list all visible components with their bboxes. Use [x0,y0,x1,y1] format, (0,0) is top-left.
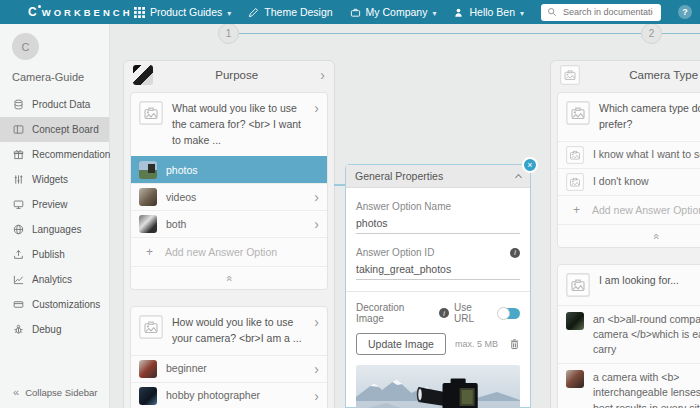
sidebar-item-widgets[interactable]: Widgets [0,167,109,192]
question-text: How would you like to use your camera? <… [172,315,305,347]
chevron-down-icon [520,6,524,18]
step-connector-line [239,33,641,34]
close-icon[interactable]: × [522,157,538,173]
answer-row-hobby-photographer[interactable]: hobby photographer › [131,382,327,408]
sidebar-item-preview[interactable]: Preview [0,192,109,217]
answer-label: I know what I want to select [593,147,700,162]
answer-label: videos [166,190,305,205]
answer-label: beginner [166,361,305,376]
sidebar-item-product-data[interactable]: Product Data [0,92,109,117]
answer-option-id-field[interactable]: taking_great_photos [356,258,520,280]
answer-row-beginner[interactable]: beginner › [131,355,327,382]
toggle-knob [497,307,510,320]
sidebar-item-publish[interactable]: Publish [0,242,109,267]
answer-row-allround-compact[interactable]: an <b>all-round compact camera </b>which… [558,305,700,364]
question-block: How would you like to use your camera? <… [130,306,328,408]
sidebar-item-label: Widgets [32,174,68,185]
workbench-logo: C WORKBENCH [28,6,133,18]
briefcase-icon [350,7,361,18]
sliders-icon [13,174,24,185]
answer-option-name-field[interactable]: photos [356,212,520,234]
question-row[interactable]: I am looking for... [558,265,700,305]
answer-row-interchangeable-lenses[interactable]: a camera with <b> interchangeable lenses… [558,363,700,408]
top-bar: C WORKBENCH Product Guides Theme Design … [0,0,700,24]
sidebar-item-debug[interactable]: Debug [0,317,109,342]
trash-icon[interactable] [509,338,520,350]
add-answer-label: Add new Answer Option [165,246,277,258]
sidebar: C Camera-Guide Product Data Concept Boar… [0,24,110,408]
use-url-control: Use URL [454,302,520,324]
double-chevron-left-icon: « [13,387,19,398]
menu-label: Product Guides [150,6,222,18]
chevron-down-icon [227,6,231,18]
search-input[interactable] [561,6,655,18]
chevron-right-icon[interactable]: › [314,315,319,329]
question-row[interactable]: How would you like to use your camera? <… [131,307,327,355]
sidebar-item-concept-board[interactable]: Concept Board [0,117,109,142]
chevron-up-icon[interactable] [515,174,522,181]
answer-thumbnail [139,188,157,206]
question-block: I am looking for... an <b>all-round comp… [557,264,700,408]
question-text: I am looking for... [599,273,700,289]
menu-hello-ben[interactable]: Hello Ben [453,6,524,18]
general-properties-panel: × General Properties Answer Option Name … [345,164,531,408]
question-row[interactable]: Which camera type do you prefer? [558,93,700,141]
camera-type-card-header[interactable]: Camera Type › [551,61,700,88]
collapse-sidebar-button[interactable]: « Collapse Sidebar [0,387,109,398]
field-label-text: Answer Option ID [356,247,434,258]
plus-icon [573,203,580,217]
sidebar-item-customizations[interactable]: Customizations [0,292,109,317]
use-url-toggle[interactable] [499,308,520,319]
answer-label: I don't know [593,174,700,189]
answer-row-videos[interactable]: videos › [131,183,327,210]
chevron-right-icon[interactable]: › [314,362,319,376]
add-answer-option-button[interactable]: Add new Answer Option [131,237,327,266]
sidebar-item-analytics[interactable]: Analytics [0,267,109,292]
add-answer-option-button[interactable]: Add new Answer Option [558,195,700,224]
chevron-right-icon[interactable]: › [314,217,319,231]
project-avatar: C [12,33,39,60]
sidebar-item-label: Publish [32,249,65,260]
menu-my-company[interactable]: My Company [350,6,437,18]
info-icon[interactable]: i [439,308,449,318]
purpose-card-header[interactable]: Purpose › [124,61,334,88]
step-2-badge[interactable]: 2 [641,23,662,44]
answer-row-photos[interactable]: photos [131,156,327,183]
info-icon[interactable]: i [510,248,520,258]
globe-icon [13,224,24,235]
collapse-answers-button[interactable]: « [131,266,327,289]
purpose-thumbnail [133,65,153,85]
double-chevron-up-icon: « [224,276,235,282]
menu-theme-design[interactable]: Theme Design [248,6,332,18]
answer-row-i-dont-know[interactable]: I don't know [558,168,700,195]
chevron-right-icon[interactable]: › [314,101,319,115]
sidebar-item-languages[interactable]: Languages [0,217,109,242]
answer-row-i-know[interactable]: I know what I want to select [558,141,700,168]
answer-label: hobby photographer [166,388,305,403]
sidebar-item-label: Preview [32,199,68,210]
double-chevron-up-icon: « [651,233,662,239]
step-connector-line [662,33,700,34]
sidebar-item-label: Analytics [32,274,72,285]
answer-thumbnail [139,215,157,233]
chevron-right-icon[interactable]: › [320,68,325,82]
image-placeholder-icon [560,65,580,85]
chevron-right-icon[interactable]: › [314,190,319,204]
chevron-right-icon[interactable]: › [314,389,319,403]
panel-header[interactable]: General Properties [346,165,530,188]
help-button[interactable]: ? [678,5,692,19]
collapse-answers-button[interactable]: « [558,224,700,247]
divider [346,291,530,292]
logo-mark-icon: C [28,6,37,18]
decoration-image-preview [356,365,520,408]
step-1-badge[interactable]: 1 [218,23,239,44]
documentation-search[interactable] [541,4,661,21]
answer-row-both[interactable]: both › [131,210,327,237]
update-image-button[interactable]: Update Image [356,333,446,355]
menu-product-guides[interactable]: Product Guides [134,6,231,18]
sidebar-item-recommendation[interactable]: Recommendation [0,142,109,167]
answer-option-id-label: Answer Option ID i [356,247,520,258]
question-row[interactable]: What would you like to use the camera fo… [131,93,327,156]
sidebar-item-label: Recommendation [32,149,110,160]
question-block: Which camera type do you prefer? I know … [557,92,700,248]
